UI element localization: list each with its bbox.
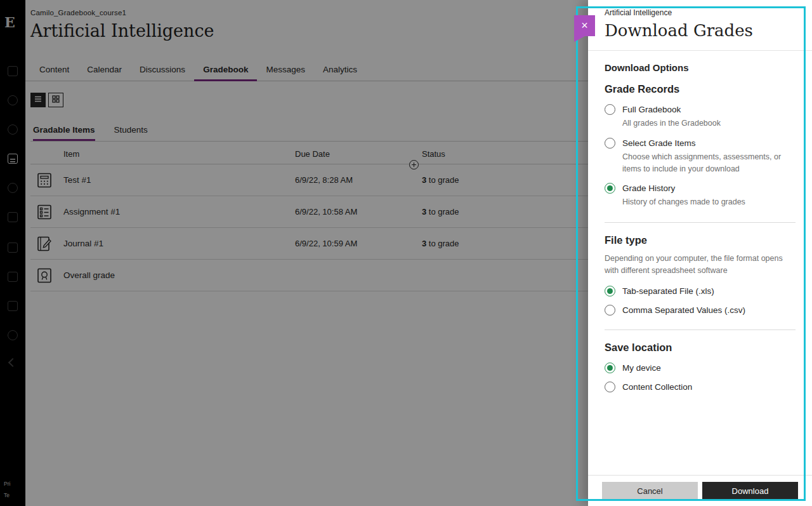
radio-button[interactable] xyxy=(605,382,615,392)
file-type-description: Depending on your computer, the file for… xyxy=(605,253,792,277)
radio-option-grade-history[interactable]: Grade History History of changes made to… xyxy=(605,183,796,208)
screen: Camilo_Gradebook_course1 Artificial Inte… xyxy=(0,0,812,506)
radio-option-csv[interactable]: Comma Separated Values (.csv) xyxy=(605,305,796,316)
radio-option-full-gradebook[interactable]: Full Gradebook All grades in the Gradebo… xyxy=(605,104,796,130)
close-panel-button[interactable]: × xyxy=(574,15,595,36)
download-button[interactable]: Download xyxy=(702,482,798,500)
close-icon: × xyxy=(581,19,588,32)
radio-option-content-collection[interactable]: Content Collection xyxy=(605,382,796,392)
option-label: Comma Separated Values (.csv) xyxy=(622,305,745,315)
save-location-heading: Save location xyxy=(605,342,796,354)
radio-button[interactable] xyxy=(605,138,615,149)
cancel-button[interactable]: Cancel xyxy=(602,482,698,500)
radio-button[interactable] xyxy=(605,104,615,115)
option-label: Content Collection xyxy=(622,382,692,392)
radio-button[interactable] xyxy=(605,363,615,373)
option-label: Full Gradebook xyxy=(622,104,721,114)
download-grades-panel: Artificial Intelligence Download Grades … xyxy=(588,0,812,506)
option-label: Select Grade Items xyxy=(622,138,796,148)
radio-option-my-device[interactable]: My device xyxy=(605,363,796,373)
file-type-heading: File type xyxy=(605,234,796,246)
download-options-heading: Download Options xyxy=(605,62,796,73)
option-label: Tab-separated File (.xls) xyxy=(622,286,714,296)
grade-records-heading: Grade Records xyxy=(605,83,796,95)
section-divider xyxy=(605,222,796,223)
panel-body: Download Options Grade Records Full Grad… xyxy=(588,51,812,392)
option-label: Grade History xyxy=(622,183,745,193)
option-description: History of changes made to grades xyxy=(622,196,745,208)
radio-button[interactable] xyxy=(605,305,615,316)
option-label: My device xyxy=(622,363,661,373)
radio-button[interactable] xyxy=(605,286,615,296)
option-description: Choose which assignments, assessments, o… xyxy=(622,151,796,175)
panel-course-label: Artificial Intelligence xyxy=(605,8,796,17)
panel-footer: Cancel Download xyxy=(588,475,812,506)
radio-option-xls[interactable]: Tab-separated File (.xls) xyxy=(605,286,796,296)
panel-title: Download Grades xyxy=(605,21,796,40)
radio-button[interactable] xyxy=(605,183,615,194)
panel-header: Artificial Intelligence Download Grades xyxy=(588,0,812,51)
radio-option-select-grade-items[interactable]: Select Grade Items Choose which assignme… xyxy=(605,138,796,175)
option-description: All grades in the Gradebook xyxy=(622,117,721,130)
section-divider xyxy=(605,330,796,330)
